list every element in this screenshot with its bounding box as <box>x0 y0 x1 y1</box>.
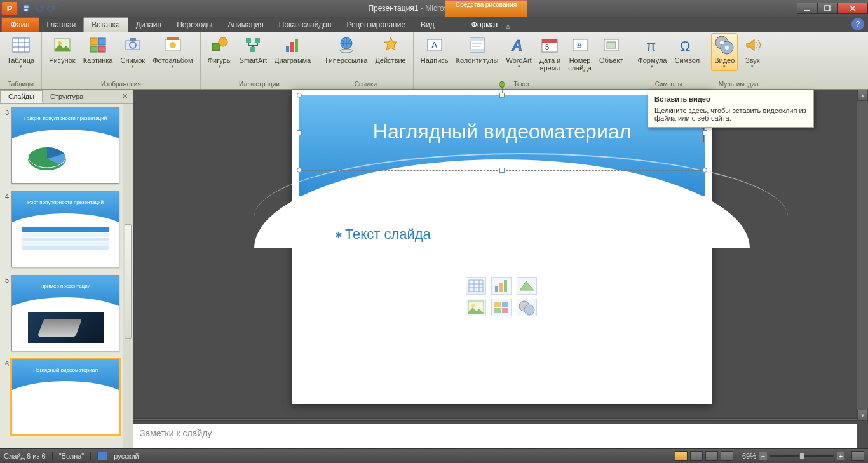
datetime-button[interactable]: 5Дата и время <box>536 33 564 74</box>
slide-thumb-4[interactable]: Рост популярности презентаций <box>11 191 119 267</box>
save-icon[interactable] <box>22 4 31 13</box>
zoom-slider[interactable] <box>770 455 834 457</box>
symbol-button[interactable]: ΩСимвол <box>671 33 703 66</box>
wordart-icon: A <box>509 35 529 55</box>
chart-button[interactable]: Диаграмма <box>271 33 314 66</box>
tab-slides[interactable]: Слайды <box>0 90 43 103</box>
clipart-button[interactable]: Картинка <box>80 33 116 66</box>
content-placeholder[interactable]: Текст слайда <box>323 217 681 377</box>
svg-point-53 <box>471 304 475 307</box>
screenshot-button[interactable]: Снимок▾ <box>117 33 148 71</box>
photoalbum-button[interactable]: Фотоальбом▾ <box>149 33 196 71</box>
object-button[interactable]: Объект <box>596 33 626 66</box>
notes-pane[interactable]: Заметки к слайду <box>133 424 857 448</box>
slide-thumbnails: 3 График популярности презентаций 4 Рост… <box>0 104 133 448</box>
status-language[interactable]: русский <box>114 452 139 460</box>
file-tab[interactable]: Файл <box>1 17 39 32</box>
resize-handle[interactable] <box>297 93 302 98</box>
thumb-row: 5 Пример презентации <box>0 271 133 355</box>
zoom-fit-button[interactable] <box>851 451 864 461</box>
tab-design[interactable]: Дизайн <box>128 18 169 32</box>
zoom-out-button[interactable]: − <box>759 452 768 460</box>
audio-button[interactable]: Звук▾ <box>739 33 766 71</box>
qat-customize-icon[interactable]: ▼ <box>60 4 69 13</box>
tab-review[interactable]: Рецензирование <box>339 18 413 32</box>
insert-picture-icon[interactable] <box>466 299 486 316</box>
wordart-button[interactable]: AWordArt▾ <box>503 33 535 71</box>
scroll-down-icon[interactable]: ▼ <box>857 410 868 421</box>
thumb-number: 6 <box>1 359 9 435</box>
action-button[interactable]: Действие <box>372 33 409 66</box>
ribbon: Таблица▾ Таблицы Рисунок Картинка Снимок… <box>0 32 868 90</box>
group-media: Видео▾ Звук▾ Мультимедиа <box>707 32 770 89</box>
slide-thumb-6[interactable]: Наглядный видеоматериал <box>11 359 119 435</box>
placeholder-icons <box>466 277 538 316</box>
undo-icon[interactable] <box>34 4 43 13</box>
close-button[interactable] <box>837 3 868 14</box>
view-slideshow-button[interactable] <box>721 451 733 461</box>
zoom-level[interactable]: 69% <box>742 452 756 460</box>
resize-handle[interactable] <box>499 93 505 98</box>
tab-insert[interactable]: Вставка <box>83 17 128 32</box>
group-label: Текст <box>417 79 627 89</box>
tab-transitions[interactable]: Переходы <box>169 18 220 32</box>
notes-splitter[interactable] <box>133 418 857 421</box>
insert-smartart-icon[interactable] <box>517 277 537 295</box>
equation-button[interactable]: πФормула▾ <box>634 33 670 71</box>
resize-handle[interactable] <box>499 168 505 173</box>
svg-point-45 <box>720 41 724 44</box>
tooltip-body: Щелкните здесь, чтобы вставить видеоклип… <box>654 107 807 122</box>
svg-point-46 <box>725 46 729 50</box>
zoom-slider-thumb[interactable] <box>799 452 804 460</box>
rotate-handle[interactable] <box>499 81 505 88</box>
ribbon-minimize-icon[interactable]: △ <box>506 23 515 29</box>
view-normal-button[interactable] <box>675 451 688 461</box>
slide-canvas[interactable]: Наглядный видеоматериал Текст слайда <box>292 90 712 404</box>
resize-handle[interactable] <box>702 168 707 173</box>
tab-home[interactable]: Главная <box>39 18 84 32</box>
scrollbar-thumb[interactable] <box>125 224 132 339</box>
textbox-button[interactable]: AНадпись <box>417 33 452 66</box>
tab-outline[interactable]: Структура <box>43 91 91 102</box>
shapes-button[interactable]: Фигуры▾ <box>205 33 235 71</box>
smartart-button[interactable]: SmartArt <box>236 33 270 66</box>
tab-slideshow[interactable]: Показ слайдов <box>271 18 339 32</box>
tab-format[interactable]: Формат <box>464 18 506 32</box>
slide-thumb-5[interactable]: Пример презентации <box>11 275 119 351</box>
title-selection-box[interactable] <box>299 95 705 171</box>
panel-close-icon[interactable]: ✕ <box>117 92 133 100</box>
view-reading-button[interactable] <box>705 451 718 461</box>
video-button[interactable]: Видео▾ <box>711 33 738 71</box>
picture-button[interactable]: Рисунок <box>46 33 79 66</box>
minimize-button[interactable] <box>797 3 817 14</box>
svg-text:A: A <box>431 40 438 50</box>
scroll-up-icon[interactable]: ▲ <box>857 90 868 101</box>
tab-animation[interactable]: Анимация <box>220 18 271 32</box>
help-button[interactable]: ? <box>851 18 864 30</box>
table-button[interactable]: Таблица▾ <box>4 33 37 71</box>
slide-thumb-3[interactable]: График популярности презентаций <box>11 107 119 184</box>
insert-clipart-icon[interactable] <box>491 299 512 316</box>
svg-rect-11 <box>98 46 105 52</box>
resize-handle[interactable] <box>297 130 302 135</box>
headerfooter-button[interactable]: Колонтитулы <box>453 33 502 66</box>
tab-view[interactable]: Вид <box>413 18 442 32</box>
resize-handle[interactable] <box>297 168 302 173</box>
zoom-in-button[interactable]: + <box>836 452 845 460</box>
editor-scrollbar[interactable]: ▲ ▼ <box>857 90 868 421</box>
insert-media-icon[interactable] <box>517 299 537 316</box>
view-sorter-button[interactable] <box>690 451 703 461</box>
hyperlink-button[interactable]: Гиперссылка <box>322 33 370 66</box>
maximize-button[interactable] <box>817 3 837 14</box>
app-icon[interactable]: P <box>1 1 18 15</box>
language-icon[interactable] <box>97 452 107 460</box>
insert-chart-icon[interactable] <box>491 277 512 295</box>
table-icon <box>22 227 109 250</box>
textbox-icon: A <box>424 35 445 55</box>
slidenumber-button[interactable]: #Номер слайда <box>565 33 595 74</box>
group-label: Таблицы <box>4 79 37 89</box>
redo-icon[interactable] <box>47 4 56 13</box>
insert-table-icon[interactable] <box>466 277 486 295</box>
resize-handle[interactable] <box>702 130 707 135</box>
sidebar-scrollbar[interactable] <box>123 104 133 448</box>
